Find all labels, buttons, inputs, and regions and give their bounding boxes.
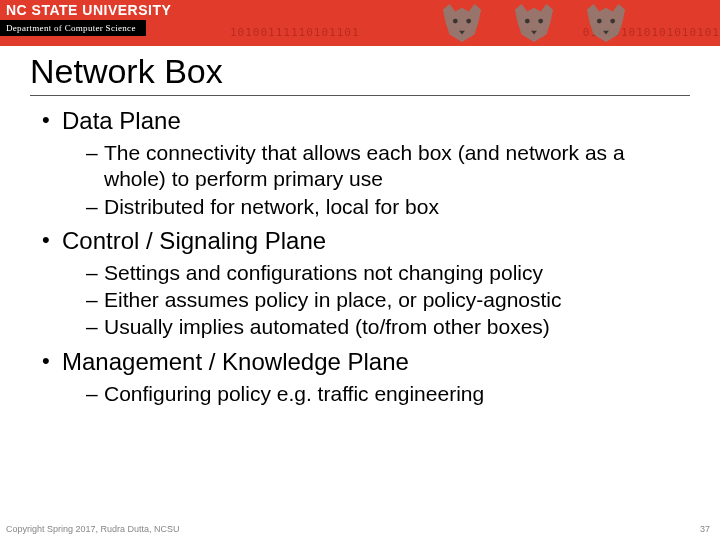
sub-bullet-item: Either assumes policy in place, or polic… (86, 287, 690, 313)
bullet-item: Data Plane The connectivity that allows … (42, 106, 690, 220)
sub-bullet-list: Configuring policy e.g. traffic engineer… (62, 381, 690, 407)
slide-content: Network Box Data Plane The connectivity … (0, 46, 720, 407)
bullet-text: Data Plane (62, 107, 181, 134)
bullet-text: Control / Signaling Plane (62, 227, 326, 254)
svg-point-1 (466, 19, 471, 24)
bullet-item: Control / Signaling Plane Settings and c… (42, 226, 690, 341)
university-logo: NC STATE UNIVERSITY (0, 0, 171, 18)
svg-point-3 (538, 19, 543, 24)
page-number: 37 (700, 524, 710, 534)
wolf-icon (582, 2, 630, 44)
wolf-icon (510, 2, 558, 44)
header-bar: NC STATE UNIVERSITY Department of Comput… (0, 0, 720, 46)
sub-bullet-item: Distributed for network, local for box (86, 194, 690, 220)
bullet-text: Management / Knowledge Plane (62, 348, 409, 375)
sub-bullet-list: The connectivity that allows each box (a… (62, 140, 690, 220)
sub-bullet-item: Settings and configurations not changing… (86, 260, 690, 286)
svg-point-4 (597, 19, 602, 24)
bullet-list: Data Plane The connectivity that allows … (30, 106, 690, 407)
bullet-item: Management / Knowledge Plane Configuring… (42, 347, 690, 407)
slide-title: Network Box (30, 52, 690, 96)
university-name: NC STATE UNIVERSITY (6, 2, 171, 18)
copyright-text: Copyright Spring 2017, Rudra Dutta, NCSU (6, 524, 180, 534)
footer: Copyright Spring 2017, Rudra Dutta, NCSU… (6, 524, 710, 534)
wolf-icon (438, 2, 486, 44)
sub-bullet-item: Configuring policy e.g. traffic engineer… (86, 381, 690, 407)
sub-bullet-item: The connectivity that allows each box (a… (86, 140, 690, 193)
sub-bullet-item: Usually implies automated (to/from other… (86, 314, 690, 340)
binary-decoration-left: 10100111110101101 (230, 26, 360, 39)
svg-point-0 (453, 19, 458, 24)
svg-point-2 (525, 19, 530, 24)
department-name: Department of Computer Science (0, 20, 146, 36)
svg-point-5 (610, 19, 615, 24)
sub-bullet-list: Settings and configurations not changing… (62, 260, 690, 341)
